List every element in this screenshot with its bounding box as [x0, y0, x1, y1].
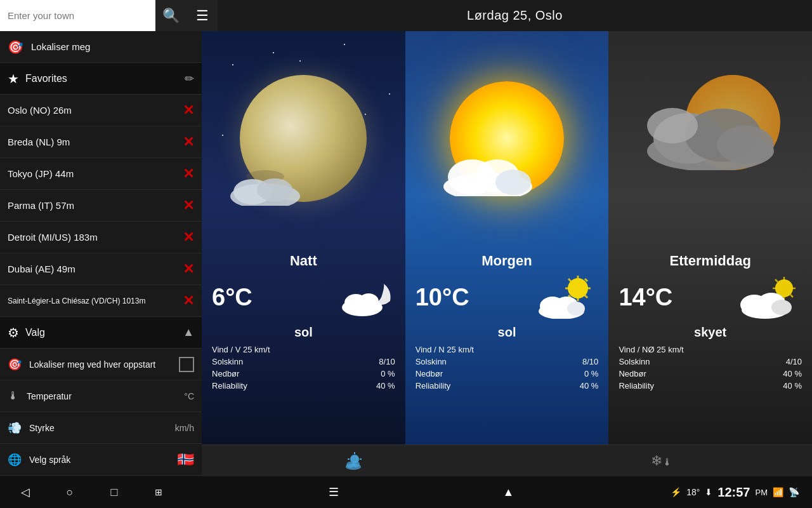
city-label: Parma (IT) 57m: [8, 200, 183, 211]
reliability-label: Reliability: [619, 381, 654, 391]
morgen-reliability: 40 %: [580, 381, 599, 391]
city-label: Oslo (NO) 26m: [8, 105, 183, 116]
list-item[interactable]: Breda (NL) 9m ✕: [0, 126, 202, 158]
city-label: Detroit (MI/US) 183m: [8, 232, 183, 243]
moon-visual: [240, 75, 367, 202]
gear-icon: ⚙: [8, 325, 19, 340]
tab-snow[interactable]: ❄ 🌡: [507, 445, 812, 476]
delete-icon[interactable]: ✕: [183, 261, 194, 277]
natt-solskinn: 8/10: [379, 357, 395, 366]
ettermiddag-reliability: 40 %: [783, 381, 802, 391]
solskinn-label: Solskinn: [416, 357, 447, 366]
sidebar: 🎯 Lokaliser meg ★ Favorites ✏ Oslo (NO) …: [0, 31, 202, 476]
home-button[interactable]: ○: [57, 479, 82, 505]
svg-point-22: [567, 302, 585, 316]
svg-text:🌡: 🌡: [662, 457, 670, 467]
list-item[interactable]: Parma (IT) 57m ✕: [0, 190, 202, 222]
svg-text:❄: ❄: [651, 453, 662, 469]
morgen-stats: Vind / N 25 km/t Solskinn 8/10 Nedbør 0 …: [416, 344, 599, 392]
sun-cloud-visual: [437, 75, 577, 202]
valg-label: Valg: [25, 327, 183, 338]
ettermiddag-desc: skyet: [694, 325, 726, 340]
hamburger-menu-button[interactable]: ☰: [321, 479, 346, 505]
menu-button[interactable]: ☰: [187, 0, 218, 31]
natt-reliability: 40 %: [376, 381, 395, 391]
wind-label: Vind / N 25 km/t: [416, 345, 474, 354]
tab-weather[interactable]: [202, 445, 507, 476]
stat-row: Solskinn 8/10: [416, 356, 599, 368]
list-item[interactable]: Tokyo (JP) 44m ✕: [0, 158, 202, 190]
keyboard-button[interactable]: ▲: [495, 479, 521, 505]
partly-cloudy-icon: [535, 274, 598, 321]
natt-temp-row: 6°C: [212, 274, 395, 321]
download-icon: ⬇: [705, 487, 712, 497]
settings-styrke-value: km/h: [175, 423, 194, 433]
settings-language-label: Velg språk: [29, 455, 177, 465]
settings-localize-label: Lokaliser meg ved hver oppstart: [29, 359, 179, 370]
wind-label: Vind / NØ 25 km/t: [619, 345, 683, 354]
morgen-temp-row: 10°C: [416, 274, 599, 321]
city-label: Dubai (AE) 49m: [8, 264, 183, 274]
settings-temp-value: °C: [184, 391, 194, 401]
list-item[interactable]: Detroit (MI/US) 183m ✕: [0, 222, 202, 253]
delete-icon[interactable]: ✕: [183, 166, 194, 182]
search-input[interactable]: [0, 0, 155, 31]
wind-label: Vind / V 25 km/t: [212, 345, 270, 354]
android-nav-bar: ◁ ○ □ ⊞ ☰ ▲ ⚡ 18° ⬇ 12:57 PM 📶 📡: [0, 476, 812, 508]
svg-line-15: [568, 279, 571, 281]
list-item[interactable]: Dubai (AE) 49m ✕: [0, 253, 202, 285]
localize-button[interactable]: 🎯 Lokaliser meg: [0, 31, 202, 63]
svg-point-9: [495, 170, 531, 195]
edit-icon[interactable]: ✏: [185, 72, 194, 86]
morgen-label: Morgen: [481, 253, 532, 269]
localize-checkbox[interactable]: [179, 357, 194, 372]
ampm: PM: [755, 488, 768, 497]
natt-desc: sol: [294, 325, 313, 340]
svg-line-17: [585, 279, 587, 281]
weather-area: Natt 6°C sol: [202, 31, 812, 476]
delete-icon[interactable]: ✕: [183, 102, 194, 119]
delete-icon[interactable]: ✕: [183, 197, 194, 214]
recent-button[interactable]: □: [102, 479, 127, 505]
city-label: Breda (NL) 9m: [8, 137, 183, 147]
weather-panels: Natt 6°C sol: [202, 31, 812, 444]
signal-icon: 📡: [789, 487, 799, 497]
delete-icon[interactable]: ✕: [183, 134, 194, 150]
stat-row: Nedbør 0 %: [416, 368, 599, 380]
delete-icon[interactable]: ✕: [183, 293, 194, 309]
globe-icon: 🌐: [8, 453, 22, 467]
settings-item-temperature: 🌡 Temperatur °C: [0, 380, 202, 412]
svg-point-27: [647, 108, 698, 144]
list-item[interactable]: Oslo (NO) 26m ✕: [0, 95, 202, 126]
panel-natt: Natt 6°C sol: [202, 31, 405, 444]
locate-settings-icon: 🎯: [8, 358, 22, 371]
search-button[interactable]: 🔍: [155, 0, 187, 31]
natt-nedbor: 0 %: [381, 369, 395, 378]
natt-label: Natt: [290, 253, 317, 269]
morgen-solskinn: 8/10: [582, 357, 598, 366]
svg-point-26: [717, 126, 774, 164]
panel-morgen: Morgen 10°C: [405, 31, 609, 444]
ettermiddag-label: Ettermiddag: [670, 253, 751, 269]
morgen-nedbor: 0 %: [584, 369, 598, 378]
valg-header[interactable]: ⚙ Valg ▲: [0, 317, 202, 349]
status-bar: ⚡ 18° ⬇ 12:57 PM 📶 📡: [671, 485, 799, 500]
ettermiddag-temp-row: 14°C: [619, 274, 802, 321]
stat-row: Nedbør 0 %: [212, 368, 395, 380]
svg-point-46: [352, 461, 360, 467]
svg-line-16: [585, 295, 587, 298]
delete-icon[interactable]: ✕: [183, 229, 194, 246]
list-item[interactable]: Saint-Légier-La Chiésaz (VD/CH) 1013m ✕: [0, 285, 202, 317]
svg-line-34: [790, 295, 793, 297]
back-button[interactable]: ◁: [13, 479, 38, 505]
thermometer-icon: 🌡: [8, 389, 19, 403]
stat-row: Reliability 40 %: [212, 380, 395, 392]
chevron-up-icon: ▲: [183, 326, 194, 339]
reliability-label: Reliability: [416, 381, 451, 391]
qr-button[interactable]: ⊞: [146, 479, 171, 505]
top-bar: 🔍 ☰ Lørdag 25, Oslo: [0, 0, 812, 31]
stat-row: Solskinn 8/10: [212, 356, 395, 368]
locate-icon: 🎯: [8, 39, 23, 55]
date-display: Lørdag 25, Oslo: [218, 8, 812, 23]
wifi-icon: 📶: [773, 487, 783, 497]
